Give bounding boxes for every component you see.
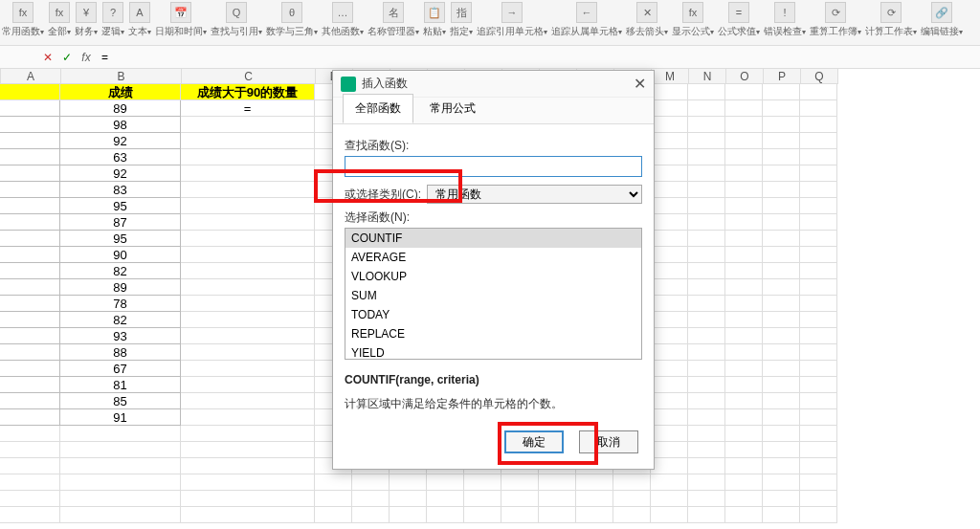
cell-A-25[interactable] xyxy=(0,491,60,507)
cell-B-16[interactable]: 88 xyxy=(60,344,181,361)
cell-Q-18[interactable] xyxy=(800,377,837,393)
cell-C-16[interactable] xyxy=(181,344,315,361)
cell-A-9[interactable] xyxy=(0,231,60,247)
cell-O-11[interactable] xyxy=(725,263,763,279)
cell-O-13[interactable] xyxy=(725,296,763,312)
cell-C-18[interactable] xyxy=(181,377,315,393)
cell-M-7[interactable] xyxy=(651,198,688,214)
cell-N-7[interactable] xyxy=(688,198,725,214)
cell-C-10[interactable] xyxy=(181,247,315,263)
column-header-P[interactable]: P xyxy=(764,69,801,84)
function-item-countif[interactable]: COUNTIF xyxy=(345,229,641,248)
function-item-average[interactable]: AVERAGE xyxy=(345,248,641,267)
cell-Q-19[interactable] xyxy=(800,393,837,409)
cell-K-26[interactable] xyxy=(576,507,613,523)
cell-Q-2[interactable] xyxy=(800,117,837,133)
cell-C-0[interactable]: 成绩大于90的数量 xyxy=(181,84,315,100)
cell-M-10[interactable] xyxy=(651,247,688,263)
cell-M-17[interactable] xyxy=(651,361,688,377)
ribbon-item-15[interactable]: fx显示公式▾ xyxy=(670,2,716,38)
cell-B-0[interactable]: 成绩 xyxy=(60,84,181,100)
ribbon-item-17[interactable]: !错误检查▾ xyxy=(762,2,808,38)
ribbon-item-19[interactable]: ⟳计算工作表▾ xyxy=(863,2,919,38)
cell-B-22[interactable] xyxy=(60,442,181,458)
cell-Q-21[interactable] xyxy=(800,426,837,442)
cell-A-18[interactable] xyxy=(0,377,60,393)
cell-P-7[interactable] xyxy=(763,198,800,214)
ribbon-item-12[interactable]: →追踪引用单元格▾ xyxy=(475,2,549,38)
cell-B-7[interactable]: 95 xyxy=(60,198,181,214)
cell-O-7[interactable] xyxy=(725,198,763,214)
cell-B-1[interactable]: 89 xyxy=(60,100,181,117)
cell-A-13[interactable] xyxy=(0,296,60,312)
cell-A-17[interactable] xyxy=(0,361,60,377)
ribbon-item-20[interactable]: 🔗编辑链接▾ xyxy=(919,2,965,38)
cell-O-25[interactable] xyxy=(725,491,763,507)
cell-N-17[interactable] xyxy=(688,361,725,377)
cell-O-0[interactable] xyxy=(725,84,763,100)
cell-M-2[interactable] xyxy=(651,117,688,133)
function-item-sum[interactable]: SUM xyxy=(345,286,641,305)
cell-P-19[interactable] xyxy=(763,393,800,409)
cell-M-21[interactable] xyxy=(651,426,688,442)
cell-P-9[interactable] xyxy=(763,231,800,247)
tab-all-functions[interactable]: 全部函数 xyxy=(343,94,413,123)
cell-L-25[interactable] xyxy=(613,491,651,507)
cell-M-23[interactable] xyxy=(651,458,688,474)
cell-A-26[interactable] xyxy=(0,507,60,523)
cell-Q-5[interactable] xyxy=(800,165,837,182)
cell-N-3[interactable] xyxy=(688,133,725,149)
cell-O-10[interactable] xyxy=(725,247,763,263)
cell-O-15[interactable] xyxy=(725,328,763,344)
ribbon-item-16[interactable]: =公式求值▾ xyxy=(716,2,762,38)
cell-P-13[interactable] xyxy=(763,296,800,312)
cell-O-1[interactable] xyxy=(725,100,763,117)
cell-L-26[interactable] xyxy=(613,507,651,523)
cell-A-0[interactable] xyxy=(0,84,60,100)
cell-P-14[interactable] xyxy=(763,312,800,328)
cell-B-3[interactable]: 92 xyxy=(60,133,181,149)
cancel-button[interactable]: 取消 xyxy=(579,430,638,453)
cell-C-1[interactable]: = xyxy=(181,100,315,117)
cell-O-14[interactable] xyxy=(725,312,763,328)
cell-N-18[interactable] xyxy=(688,377,725,393)
cell-C-17[interactable] xyxy=(181,361,315,377)
ribbon-item-7[interactable]: θ数学与三角▾ xyxy=(264,2,320,38)
cell-G-24[interactable] xyxy=(427,474,464,491)
cell-I-26[interactable] xyxy=(501,507,539,523)
cell-M-25[interactable] xyxy=(651,491,688,507)
cell-C-25[interactable] xyxy=(181,491,315,507)
function-item-replace[interactable]: REPLACE xyxy=(345,324,641,343)
cell-N-8[interactable] xyxy=(688,214,725,231)
cell-D-24[interactable] xyxy=(315,474,352,491)
close-icon[interactable]: ✕ xyxy=(634,75,646,93)
cell-Q-14[interactable] xyxy=(800,312,837,328)
cell-A-8[interactable] xyxy=(0,214,60,231)
cell-B-9[interactable]: 95 xyxy=(60,231,181,247)
cell-B-2[interactable]: 98 xyxy=(60,117,181,133)
cell-N-0[interactable] xyxy=(688,84,725,100)
cell-C-7[interactable] xyxy=(181,198,315,214)
cell-C-14[interactable] xyxy=(181,312,315,328)
cell-N-23[interactable] xyxy=(688,458,725,474)
cell-H-25[interactable] xyxy=(464,491,501,507)
cell-C-8[interactable] xyxy=(181,214,315,231)
cell-N-21[interactable] xyxy=(688,426,725,442)
cell-I-24[interactable] xyxy=(501,474,539,491)
ribbon-item-8[interactable]: …其他函数▾ xyxy=(320,2,366,38)
cell-P-12[interactable] xyxy=(763,279,800,296)
formula-input[interactable] xyxy=(96,46,980,68)
cell-B-14[interactable]: 82 xyxy=(60,312,181,328)
cell-M-8[interactable] xyxy=(651,214,688,231)
cell-O-18[interactable] xyxy=(725,377,763,393)
cell-M-4[interactable] xyxy=(651,149,688,165)
column-header-A[interactable]: A xyxy=(1,69,61,84)
cell-I-25[interactable] xyxy=(501,491,539,507)
cell-P-21[interactable] xyxy=(763,426,800,442)
cell-M-22[interactable] xyxy=(651,442,688,458)
cell-P-16[interactable] xyxy=(763,344,800,361)
cell-E-24[interactable] xyxy=(352,474,390,491)
cell-Q-8[interactable] xyxy=(800,214,837,231)
cell-B-5[interactable]: 92 xyxy=(60,165,181,182)
cell-A-23[interactable] xyxy=(0,458,60,474)
